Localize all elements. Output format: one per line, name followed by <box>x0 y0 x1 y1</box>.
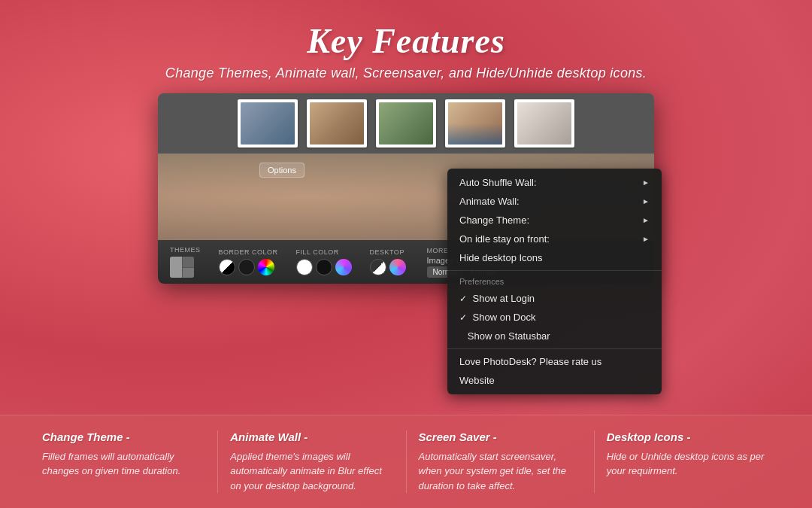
photo-frame-1 <box>238 99 298 148</box>
menu-item-show-login[interactable]: ✓ Show at Login <box>447 289 662 308</box>
menu-item-hide-icons[interactable]: Hide desktop Icons <box>447 248 662 267</box>
themes-icon[interactable] <box>170 257 194 278</box>
desktop-color-purple[interactable] <box>389 259 406 275</box>
context-menu: Auto Shuffle Wall: ► Animate Wall: ► Cha… <box>447 169 662 394</box>
fill-color-white[interactable] <box>296 259 313 275</box>
themes-group: THEMES <box>170 246 201 278</box>
desktop-icons <box>370 259 406 275</box>
arrow-icon: ► <box>642 178 650 187</box>
menu-item-animate-wall[interactable]: Animate Wall: ► <box>447 192 662 211</box>
fill-color-dark[interactable] <box>316 259 332 275</box>
arrow-icon-3: ► <box>642 216 650 224</box>
feature-desc-1: Filled frames will automatically changes… <box>42 449 205 479</box>
feature-title-4: Desktop Icons - <box>607 430 770 443</box>
menu-item-auto-shuffle-label: Auto Shuffle Wall: <box>459 177 537 188</box>
menu-item-show-statusbar-label: Show on Statusbar <box>459 330 550 342</box>
feature-desc-4: Hide or Unhide desktop icons as per your… <box>607 449 770 479</box>
photo-frame-2 <box>307 99 367 148</box>
arrow-icon-2: ► <box>642 197 650 205</box>
menu-item-rate-us-label: Love PhotoDesk? Please rate us <box>459 356 601 367</box>
border-color-icons <box>219 259 274 275</box>
photo-image-2 <box>310 102 364 144</box>
feature-title-1: Change Theme - <box>42 430 205 443</box>
feature-col-4: Desktop Icons - Hide or Unhide desktop i… <box>595 430 782 494</box>
border-color-bw[interactable] <box>219 259 235 275</box>
photo-image-3 <box>379 102 433 144</box>
feature-col-1: Change Theme - Filled frames will automa… <box>30 430 218 494</box>
border-color-rainbow[interactable] <box>258 259 274 275</box>
border-color-label: BORDER COLOR <box>219 248 278 256</box>
header: Key Features Change Themes, Animate wall… <box>0 0 812 93</box>
menu-item-on-idle-label: On idle stay on front: <box>459 233 550 245</box>
menu-item-website-label: Website <box>459 375 495 386</box>
preferences-section-label: Preferences <box>447 274 662 289</box>
feature-title-3: Screen Saver - <box>419 430 582 443</box>
menu-item-show-statusbar[interactable]: Show on Statusbar <box>447 327 662 345</box>
menu-separator-2 <box>447 348 662 349</box>
feature-desc-3: Automatically start screensaver, when yo… <box>419 449 582 494</box>
menu-item-show-dock[interactable]: ✓ Show on Dock <box>447 308 662 327</box>
photo-frame-3 <box>376 99 436 148</box>
more-label: MORE <box>427 247 449 254</box>
menu-item-animate-wall-label: Animate Wall: <box>459 196 520 207</box>
feature-desc-2: Applied theme's images will automaticall… <box>230 449 393 494</box>
menu-separator-1 <box>447 270 662 271</box>
desktop-label: DESKTOP <box>370 248 404 256</box>
photo-frame-5 <box>514 99 574 148</box>
menu-item-show-login-label: ✓ Show at Login <box>459 293 535 304</box>
page-title: Key Features <box>15 21 797 61</box>
border-color-black[interactable] <box>238 259 255 275</box>
photo-frame-4 <box>445 99 505 148</box>
menu-item-hide-icons-label: Hide desktop Icons <box>459 252 543 263</box>
fill-color-purple[interactable] <box>335 259 352 275</box>
feature-col-3: Screen Saver - Automatically start scree… <box>407 430 595 494</box>
app-window: Options THEMES BORDER COLOR <box>158 93 654 284</box>
app-section: Options THEMES BORDER COLOR <box>0 93 812 415</box>
menu-item-show-dock-label: ✓ Show on Dock <box>459 312 535 323</box>
desktop-group: DESKTOP <box>370 248 406 275</box>
border-color-group: BORDER COLOR <box>219 248 278 275</box>
menu-item-auto-shuffle[interactable]: Auto Shuffle Wall: ► <box>447 173 662 192</box>
fill-color-group: FILL COLOR <box>296 248 352 275</box>
feature-title-2: Animate Wall - <box>230 430 393 443</box>
fill-color-label: FILL COLOR <box>296 248 339 256</box>
fill-color-icons <box>296 259 352 275</box>
photo-image-1 <box>241 102 295 144</box>
photo-image-4 <box>448 102 502 144</box>
menu-item-website[interactable]: Website <box>447 371 662 390</box>
features-section: Change Theme - Filled frames will automa… <box>0 415 812 509</box>
header-subtitle: Change Themes, Animate wall, Screensaver… <box>15 65 797 81</box>
themes-label: THEMES <box>170 246 201 254</box>
options-button[interactable]: Options <box>259 163 304 178</box>
arrow-icon-4: ► <box>642 235 650 243</box>
photo-image-5 <box>517 102 571 144</box>
menu-item-on-idle[interactable]: On idle stay on front: ► <box>447 230 662 248</box>
feature-col-2: Animate Wall - Applied theme's images wi… <box>218 430 406 494</box>
menu-item-rate-us[interactable]: Love PhotoDesk? Please rate us <box>447 352 662 371</box>
menu-item-change-theme-label: Change Theme: <box>459 214 529 226</box>
image-strip <box>158 93 654 154</box>
desktop-color-bw[interactable] <box>370 259 386 275</box>
menu-item-change-theme[interactable]: Change Theme: ► <box>447 211 662 230</box>
